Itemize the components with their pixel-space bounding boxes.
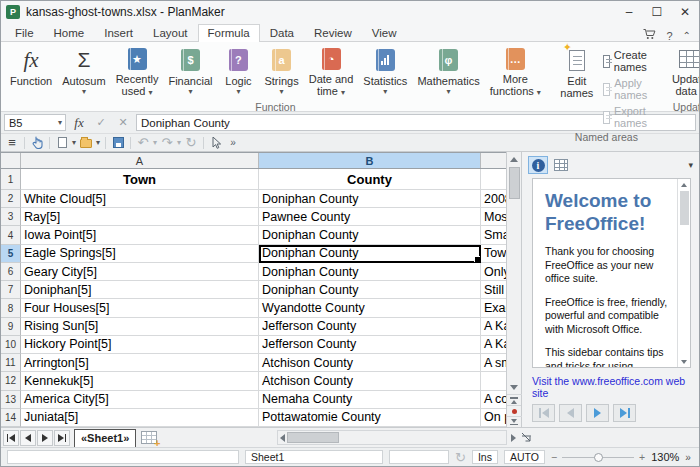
cell[interactable]: Only (481, 263, 506, 281)
cell[interactable]: Geary City[5] (21, 263, 259, 281)
cell[interactable]: Kennekuk[5] (21, 372, 259, 390)
row-header-selected[interactable]: 5 (1, 245, 21, 263)
zoom-in-icon[interactable]: + (639, 451, 645, 463)
cell[interactable]: Atchison County (259, 354, 481, 372)
confirm-icon[interactable]: ✓ (92, 116, 110, 129)
tab-layout[interactable]: Layout (143, 24, 198, 42)
row-header[interactable]: 2 (1, 190, 21, 208)
cell[interactable]: Doniphan County (259, 263, 481, 281)
logic-button[interactable]: ? Logic ▾ (217, 44, 259, 100)
chevron-down-icon[interactable]: ▾ (72, 138, 76, 147)
financial-button[interactable]: $ Financial ▾ (163, 44, 217, 100)
cell[interactable]: County (259, 169, 481, 190)
sidebar-tab-cells[interactable] (551, 156, 571, 174)
row-header[interactable]: 1 (1, 169, 21, 190)
tab-data[interactable]: Data (260, 24, 304, 42)
row-header[interactable]: 6 (1, 263, 21, 281)
next-sheet-icon[interactable] (37, 430, 53, 446)
chevron-down-icon[interactable]: ▾ (177, 138, 181, 147)
cell[interactable]: Four Houses[5] (21, 299, 259, 317)
cell[interactable]: Jefferson County (259, 318, 481, 336)
zoom-thumb[interactable] (594, 453, 603, 462)
horizontal-scrollbar-thumb[interactable] (287, 432, 339, 443)
split-down-button[interactable] (507, 416, 522, 427)
previous-sheet-icon[interactable] (20, 430, 36, 446)
cell[interactable]: A Kar (481, 318, 506, 336)
zoom-out-icon[interactable]: − (551, 451, 557, 463)
minimize-button[interactable]: – (615, 2, 643, 22)
cell[interactable]: Atchison County (259, 372, 481, 390)
record-marker-button[interactable] (507, 405, 522, 416)
cell[interactable]: Town (481, 245, 506, 263)
tab-view[interactable]: View (362, 24, 407, 42)
row-header[interactable]: 9 (1, 318, 21, 336)
cell[interactable]: Pawnee County (259, 208, 481, 226)
mathematics-button[interactable]: φ Mathematics ▾ (412, 44, 484, 100)
redo-icon[interactable]: ↷ (160, 135, 174, 150)
freeoffice-link[interactable]: Visit the www.freeoffice.com web site (532, 375, 685, 399)
previous-page-button[interactable] (559, 404, 582, 422)
first-page-button[interactable] (532, 404, 555, 422)
apply-names-button[interactable]: Apply names (600, 76, 655, 102)
cell[interactable]: Doniphan[5] (21, 281, 259, 299)
select-all-corner[interactable] (1, 153, 21, 168)
cell[interactable]: Still c (481, 281, 506, 299)
scroll-up-icon[interactable] (677, 179, 692, 190)
cell[interactable]: On p (481, 409, 506, 427)
panel-scrollbar-thumb[interactable] (680, 191, 689, 225)
row-header[interactable]: 8 (1, 299, 21, 317)
help-icon[interactable]: ? (666, 30, 672, 42)
cell[interactable] (481, 372, 506, 390)
row-header[interactable]: 13 (1, 391, 21, 409)
cancel-icon[interactable]: ✕ (114, 116, 132, 129)
auto-sum-display[interactable]: AUTO (504, 450, 545, 464)
create-names-button[interactable]: Create names (600, 48, 655, 74)
open-folder-icon[interactable] (79, 135, 93, 150)
insert-function-icon[interactable]: fx (70, 115, 88, 131)
vertical-scrollbar[interactable] (506, 152, 521, 427)
cell-reference-box[interactable]: B5 ▾ (4, 114, 66, 131)
cell[interactable]: Eagle Springs[5] (21, 245, 259, 263)
row-header[interactable]: 3 (1, 208, 21, 226)
close-button[interactable]: ✕ (671, 2, 699, 22)
cell[interactable]: Arrington[5] (21, 354, 259, 372)
cell[interactable]: Iowa Point[5] (21, 226, 259, 244)
repeat-icon[interactable]: ↻ (184, 135, 198, 150)
selected-cell-b5[interactable]: Doniphan County (259, 245, 481, 263)
refresh-icon[interactable]: ↻ (455, 450, 466, 465)
row-header[interactable]: 11 (1, 354, 21, 372)
horizontal-scrollbar[interactable] (277, 430, 507, 445)
object-mode-pointer-icon[interactable] (209, 135, 223, 150)
date-and-time-button[interactable]: ◔ Date and time ▾ (304, 44, 359, 100)
edit-names-button[interactable]: ✦ Edit names (556, 44, 598, 100)
maximize-button[interactable]: ☐ (643, 2, 671, 22)
toolbar-overflow-icon[interactable]: » (226, 135, 240, 150)
cell[interactable]: America City[5] (21, 391, 259, 409)
column-header-c[interactable] (481, 153, 506, 168)
cell[interactable] (481, 169, 506, 190)
scroll-left-icon[interactable] (280, 434, 285, 442)
cell[interactable]: 2008 (481, 190, 506, 208)
row-header[interactable]: 4 (1, 226, 21, 244)
row-header[interactable]: 12 (1, 372, 21, 390)
new-document-icon[interactable] (55, 135, 69, 150)
split-up-button[interactable] (507, 394, 522, 405)
cell[interactable]: Doniphan County (259, 190, 481, 208)
add-sheet-icon[interactable] (141, 431, 157, 444)
function-button[interactable]: fx Function (5, 44, 57, 100)
tab-home[interactable]: Home (44, 24, 95, 42)
tab-file[interactable]: File (5, 24, 44, 42)
touch-mode-icon[interactable] (30, 135, 44, 150)
cell[interactable]: A Kar (481, 336, 506, 354)
statistics-button[interactable]: Statistics ▾ (358, 44, 412, 100)
pane-mode-icon[interactable] (518, 430, 535, 445)
zoom-level[interactable]: 130% (651, 451, 679, 463)
update-data-button[interactable]: ! Update data ▾ (667, 44, 700, 100)
sidebar-tab-info[interactable]: i (528, 156, 548, 174)
save-icon[interactable] (111, 135, 125, 150)
row-header[interactable]: 14 (1, 409, 21, 427)
row-header[interactable]: 7 (1, 281, 21, 299)
vertical-scrollbar-thumb[interactable] (509, 167, 520, 199)
cell[interactable]: Town (21, 169, 259, 190)
cell[interactable]: A cou (481, 391, 506, 409)
